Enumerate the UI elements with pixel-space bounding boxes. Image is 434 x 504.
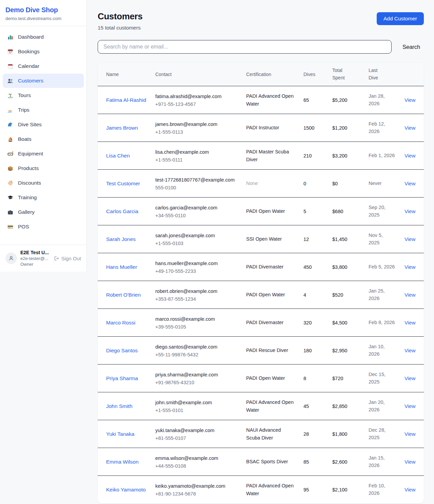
customer-certification: SSI Open Water <box>246 235 295 243</box>
customer-name-link[interactable]: Keiko Yamamoto <box>106 486 147 494</box>
customer-name-link[interactable]: Lisa Chen <box>106 152 147 160</box>
shop-domain: demo.test.divestreams.com <box>5 16 81 21</box>
sidebar-item-calendar[interactable]: Calendar <box>3 59 84 73</box>
table-row: Hans Mueller hans.mueller@example.com +4… <box>98 253 424 281</box>
customer-dives: 180 <box>303 348 324 353</box>
sidebar-item-pos[interactable]: POS <box>3 220 84 234</box>
customer-last-dive: Jan 28, 2026 <box>369 93 395 108</box>
sidebar-item-bookings[interactable]: 17 Bookings <box>3 44 84 59</box>
customer-phone: +971-55-123-4567 <box>155 101 238 107</box>
customer-dives: 95 <box>303 487 324 492</box>
sidebar-item-products[interactable]: Products <box>3 161 84 175</box>
customer-certification: PADI Divemaster <box>246 263 295 271</box>
view-link[interactable]: View <box>405 153 415 158</box>
customer-email: john.smith@example.com <box>155 399 238 406</box>
user-role: Owner <box>20 262 50 267</box>
sidebar-item-tours[interactable]: Tours <box>3 88 84 102</box>
bookings-calendar-icon: 17 <box>7 48 14 55</box>
search-row: Search <box>98 40 424 54</box>
view-link[interactable]: View <box>405 320 415 325</box>
customer-email: hans.mueller@example.com <box>155 260 238 267</box>
customer-name-link[interactable]: Emma Wilson <box>106 458 147 466</box>
customer-total-spent: $720 <box>332 376 360 381</box>
customer-name-link[interactable]: Sarah Jones <box>106 235 147 243</box>
customer-count: 15 total customers <box>98 25 142 31</box>
customer-name-link[interactable]: Robert O'Brien <box>106 291 147 299</box>
customer-last-dive: Jan 15, 2026 <box>369 454 395 469</box>
customer-certification: PADI Divemaster <box>246 319 295 326</box>
speedboat-icon <box>7 107 14 113</box>
customer-email: lisa.chen@example.com <box>155 149 238 156</box>
customer-phone: +81-90-1234-5678 <box>155 491 238 497</box>
customer-name-link[interactable]: Test Customer <box>106 180 147 188</box>
main-content: Customers 15 total customers Add Custome… <box>87 0 434 504</box>
credit-card-icon <box>7 223 14 230</box>
customer-phone: +49-170-555-2233 <box>155 268 238 274</box>
customer-phone: +1-555-0111 <box>155 157 238 163</box>
customer-name-link[interactable]: John Smith <box>106 402 147 410</box>
customer-total-spent: $0 <box>332 181 360 186</box>
customer-email: carlos.garcia@example.com <box>155 204 238 211</box>
view-link[interactable]: View <box>405 431 415 437</box>
sidebar-item-trips[interactable]: Trips <box>3 103 84 117</box>
sidebar-item-customers[interactable]: Customers <box>3 74 84 88</box>
customer-name-link[interactable]: Diego Santos <box>106 347 147 355</box>
view-link[interactable]: View <box>405 375 415 381</box>
view-link[interactable]: View <box>405 487 415 492</box>
view-link[interactable]: View <box>405 348 415 353</box>
customer-phone: +353-87-555-1234 <box>155 296 238 302</box>
customer-last-dive: Dec 28, 2025 <box>369 427 395 442</box>
column-header-name: Name <box>106 62 155 86</box>
sidebar-item-discounts[interactable]: Discounts <box>3 176 84 190</box>
shop-name[interactable]: Demo Dive Shop <box>5 6 81 14</box>
search-button[interactable]: Search <box>401 42 421 52</box>
sidebar-item-equipment[interactable]: Equipment <box>3 147 84 161</box>
view-link[interactable]: View <box>405 208 415 214</box>
user-meta: E2E Test U... e2e-tester@... Owner <box>20 250 50 267</box>
customer-last-dive: Feb 12, 2026 <box>369 120 395 135</box>
customer-last-dive: Jan 20, 2026 <box>369 399 395 414</box>
view-link[interactable]: View <box>405 264 415 270</box>
column-header-dives: Dives <box>303 62 332 86</box>
customer-name-link[interactable]: Yuki Tanaka <box>106 430 147 438</box>
customer-name-link[interactable]: Priya Sharma <box>106 374 147 382</box>
customer-name-link[interactable]: Carlos Garcia <box>106 207 147 216</box>
customer-total-spent: $680 <box>332 209 360 214</box>
customer-last-dive: Feb 10, 2026 <box>369 482 395 497</box>
view-link[interactable]: View <box>405 459 415 465</box>
customer-total-spent: $3,800 <box>332 264 360 270</box>
customer-total-spent: $2,850 <box>332 404 360 409</box>
view-link[interactable]: View <box>405 125 415 131</box>
sidebar-item-training[interactable]: Training <box>3 190 84 205</box>
column-header-last-dive: Last Dive <box>369 62 405 86</box>
sign-out-button[interactable]: Sign Out <box>53 256 81 261</box>
view-link[interactable]: View <box>405 97 415 103</box>
customer-dives: 450 <box>303 264 324 270</box>
customer-certification: PADI Open Water <box>246 291 295 299</box>
customer-phone: +1-555-0103 <box>155 241 238 246</box>
customer-total-spent: $2,950 <box>332 348 360 353</box>
view-link[interactable]: View <box>405 403 415 409</box>
view-link[interactable]: View <box>405 236 415 242</box>
sidebar-item-gallery[interactable]: Gallery <box>3 205 84 219</box>
customer-name-link[interactable]: Marco Rossi <box>106 319 147 327</box>
customers-table: NameContactCertificationDivesTotal Spent… <box>98 62 424 503</box>
customer-last-dive: Feb 1, 2026 <box>369 152 395 160</box>
sidebar-item-boats[interactable]: Boats <box>3 132 84 146</box>
search-input[interactable] <box>98 40 392 54</box>
customer-name-link[interactable]: Fatima Al-Rashid <box>106 96 147 104</box>
view-link[interactable]: View <box>405 181 415 186</box>
add-customer-button[interactable]: Add Customer <box>377 12 424 25</box>
customer-email: yuki.tanaka@example.com <box>155 427 238 434</box>
customer-name-link[interactable]: James Brown <box>106 124 147 132</box>
sidebar-item-dashboard[interactable]: Dashboard <box>3 30 84 44</box>
sidebar-nav: Dashboard 17 Bookings Calendar Customers… <box>0 26 86 245</box>
customer-phone: 555-0100 <box>155 185 238 190</box>
sidebar-item-dive-sites[interactable]: Dive Sites <box>3 117 84 132</box>
customer-phone: +1-555-0113 <box>155 129 238 135</box>
view-link[interactable]: View <box>405 292 415 298</box>
user-email: e2e-tester@... <box>20 256 50 261</box>
customer-certification: PADI Rescue Diver <box>246 347 295 354</box>
sign-out-label: Sign Out <box>61 256 81 261</box>
customer-name-link[interactable]: Hans Mueller <box>106 263 147 271</box>
